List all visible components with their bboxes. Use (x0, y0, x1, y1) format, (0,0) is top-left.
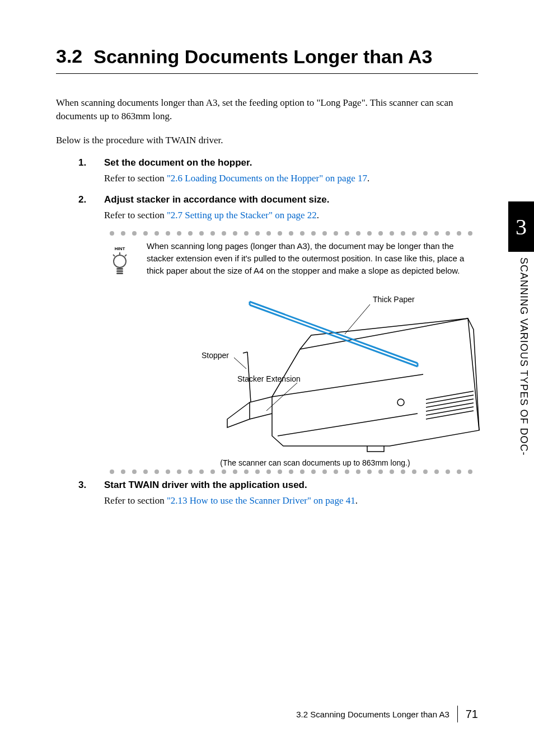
step-title: Set the document on the hopper. (104, 157, 252, 168)
cross-reference-link[interactable]: "2.6 Loading Documents on the Hopper" on… (167, 173, 367, 184)
section-number: 3.2 (56, 45, 82, 68)
diagram-caption: (The scanner can scan documents up to 86… (152, 458, 478, 467)
svg-line-10 (426, 403, 474, 411)
diagram-label-thick-paper: Thick Paper (373, 295, 415, 304)
svg-line-17 (234, 358, 246, 369)
step-title: Start TWAIN driver with the application … (104, 480, 307, 491)
step-2: 2. Adjust stacker in accordance with doc… (56, 194, 478, 221)
decorative-dots-top (104, 231, 478, 236)
intro-paragraph-2: Below is the procedure with TWAIN driver… (56, 134, 478, 148)
step-body: Refer to section "2.7 Setting up the Sta… (78, 210, 478, 221)
ref-prefix: Refer to section (104, 173, 167, 184)
cross-reference-link[interactable]: "2.13 How to use the Scanner Driver" on … (167, 495, 355, 506)
intro-paragraph-1: When scanning documents longer than A3, … (56, 96, 478, 124)
step-number: 2. (78, 194, 104, 205)
step-3: 3. Start TWAIN driver with the applicati… (56, 480, 478, 506)
section-title: Scanning Documents Longer than A3 (93, 45, 432, 69)
svg-rect-3 (116, 273, 123, 274)
svg-point-0 (114, 255, 126, 267)
svg-line-5 (113, 255, 115, 256)
step-body: Refer to section "2.13 How to use the Sc… (78, 495, 478, 506)
step-title: Adjust stacker in accordance with docume… (104, 194, 329, 205)
svg-rect-2 (116, 270, 123, 272)
step-body: Refer to section "2.6 Loading Documents … (78, 173, 478, 184)
svg-line-11 (426, 407, 474, 415)
footer-divider (457, 706, 458, 722)
svg-rect-1 (116, 268, 123, 270)
scanner-diagram: Thick Paper Stopper Stacker Extension (199, 285, 490, 453)
diagram-label-stacker-extension: Stacker Extension (237, 374, 301, 383)
hint-text: When scanning long pages (longer than A3… (147, 240, 478, 276)
svg-line-9 (426, 399, 474, 407)
cross-reference-link[interactable]: "2.7 Setting up the Stacker" on page 22 (167, 210, 317, 220)
svg-point-13 (397, 399, 404, 406)
ref-prefix: Refer to section (104, 495, 167, 506)
decorative-dots-bottom (104, 469, 478, 474)
ref-suffix: . (317, 210, 319, 220)
chapter-title-vertical: SCANNING VARIOUS TYPES OF DOC- (513, 257, 530, 456)
ref-suffix: . (355, 495, 358, 506)
ref-suffix: . (367, 173, 369, 184)
ref-prefix: Refer to section (104, 210, 167, 220)
step-number: 1. (78, 157, 104, 168)
page-number: 71 (466, 708, 478, 721)
page-footer: 3.2 Scanning Documents Longer than A3 71 (56, 706, 478, 722)
svg-line-6 (125, 255, 127, 256)
svg-line-12 (426, 411, 474, 419)
step-1: 1. Set the document on the hopper. Refer… (56, 157, 478, 184)
footer-section-title: 3.2 Scanning Documents Longer than A3 (296, 710, 449, 719)
section-heading: 3.2 Scanning Documents Longer than A3 (56, 45, 478, 69)
lightbulb-icon (109, 252, 131, 277)
step-number: 3. (78, 480, 104, 491)
svg-line-7 (426, 391, 474, 400)
heading-rule (56, 73, 478, 74)
svg-line-8 (426, 395, 474, 403)
chapter-tab: 3 (508, 201, 534, 252)
hint-label: HINT (115, 246, 125, 251)
chapter-number: 3 (516, 214, 527, 240)
hint-block: HINT When scanning long pages (longer th… (56, 231, 478, 474)
diagram-label-stopper: Stopper (202, 351, 229, 360)
hint-icon: HINT (104, 240, 135, 277)
